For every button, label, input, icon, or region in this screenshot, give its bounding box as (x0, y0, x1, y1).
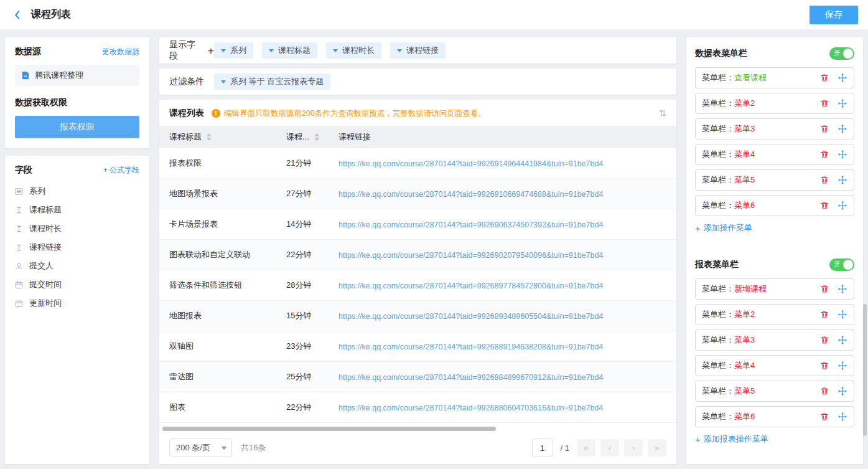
delete-icon[interactable] (819, 361, 829, 371)
course-link[interactable]: https://ke.qq.com/course/2870144?taid=99… (338, 312, 603, 321)
field-item-label: 课程链接 (29, 242, 62, 253)
delete-icon[interactable] (819, 124, 829, 134)
fields-list: 系列课程标题课程时长课程链接提交人提交时间更新时间 (15, 182, 139, 313)
course-link[interactable]: https://ke.qq.com/course/2870144?taid=99… (338, 373, 603, 382)
menu-item-value[interactable]: 菜单2 (734, 98, 755, 109)
back-button[interactable] (10, 7, 25, 22)
formula-field-link[interactable]: + 公式字段 (103, 165, 139, 176)
delete-icon[interactable] (819, 98, 829, 108)
calendar-icon (15, 299, 24, 308)
first-page-button[interactable]: « (577, 439, 595, 457)
field-item[interactable]: 提交人 (15, 257, 139, 275)
cell-course-duration: 14分钟 (284, 219, 329, 230)
prev-page-button[interactable]: ‹ (600, 439, 619, 457)
sort-icon[interactable]: ⇅ (658, 108, 666, 119)
delete-icon[interactable] (819, 201, 829, 211)
toggle-on[interactable]: 开 (829, 258, 854, 271)
cell-course-title: 图表联动和自定义联动 (159, 249, 284, 260)
menu-item: 菜单栏：菜单3 (695, 329, 854, 351)
chevron-down-icon (333, 49, 338, 52)
course-link[interactable]: https://ke.qq.com/course/2870144?taid=99… (338, 190, 603, 199)
field-item[interactable]: 课程标题 (15, 201, 139, 219)
change-datasource-link[interactable]: 更改数据源 (102, 47, 139, 57)
course-link[interactable]: https://ke.qq.com/course/2870144?taid=99… (338, 343, 603, 351)
delete-icon[interactable] (819, 386, 829, 396)
course-link[interactable]: https://ke.qq.com/course/2870144?taid=99… (338, 404, 603, 412)
move-icon[interactable] (838, 98, 847, 108)
menu-item-value[interactable]: 菜单6 (734, 200, 755, 211)
sort-caret-icon[interactable] (207, 133, 212, 141)
move-icon[interactable] (838, 310, 847, 320)
current-page-input[interactable]: 1 (532, 438, 553, 457)
move-icon[interactable] (838, 73, 847, 83)
menu-item-value[interactable]: 菜单2 (734, 309, 755, 320)
last-page-button[interactable]: » (648, 439, 666, 457)
field-item[interactable]: 提交时间 (15, 275, 139, 294)
datasource-item[interactable]: 腾讯课程整理 (15, 65, 139, 86)
add-display-field-button[interactable]: + (208, 45, 214, 56)
field-item[interactable]: 课程时长 (15, 219, 139, 238)
column-header-course-title[interactable]: 课程标题 (159, 126, 284, 148)
display-field-chip[interactable]: 课程链接 (390, 42, 446, 59)
report-permission-button[interactable]: 报表权限 (15, 116, 139, 138)
menu-item: 菜单栏：菜单5 (695, 381, 854, 402)
delete-icon[interactable] (819, 335, 829, 345)
move-icon[interactable] (838, 361, 847, 371)
menu-items: 菜单栏：新增课程菜单栏：菜单2菜单栏：菜单3菜单栏：菜单4菜单栏：菜单5菜单栏：… (695, 278, 854, 427)
menu-items: 菜单栏：查看课程菜单栏：菜单2菜单栏：菜单3菜单栏：菜单4菜单栏：菜单5菜单栏：… (695, 67, 854, 216)
display-field-chip[interactable]: 课程标题 (262, 42, 317, 59)
preview-warning: ! 编辑界面只取数据源前200条作为查询数据预览，完整数据请访问页面查看。 (212, 108, 486, 119)
field-item[interactable]: 课程链接 (15, 238, 139, 257)
delete-icon[interactable] (819, 73, 829, 83)
move-icon[interactable] (838, 335, 847, 345)
add-menu-button[interactable]: +添加操作菜单 (695, 222, 854, 234)
delete-icon[interactable] (819, 412, 829, 422)
move-icon[interactable] (838, 412, 847, 422)
filter-chip[interactable]: 系列 等于 百宝云报表专题 (214, 73, 330, 90)
save-button[interactable]: 保存 (810, 6, 858, 24)
horizontal-scrollbar-thumb[interactable] (162, 427, 496, 431)
move-icon[interactable] (838, 175, 847, 185)
delete-icon[interactable] (819, 310, 829, 320)
delete-icon[interactable] (819, 284, 829, 294)
menu-item-prefix: 菜单栏： (702, 98, 734, 109)
toggle-on[interactable]: 开 (829, 47, 854, 60)
next-page-button[interactable]: › (624, 439, 643, 457)
menu-item-value[interactable]: 菜单3 (734, 334, 755, 346)
chevron-down-icon (217, 439, 231, 457)
course-link[interactable]: https://ke.qq.com/course/2870144?taid=99… (338, 251, 603, 260)
menu-item-value[interactable]: 菜单5 (734, 174, 755, 186)
field-item[interactable]: 系列 (15, 182, 139, 201)
menu-item-prefix: 菜单栏： (702, 123, 734, 135)
move-icon[interactable] (838, 124, 847, 134)
page-size-select[interactable]: 200 条/页 (169, 438, 232, 457)
course-link[interactable]: https://ke.qq.com/course/2870144?taid=99… (338, 159, 603, 168)
display-field-chip[interactable]: 课程时长 (326, 42, 381, 59)
sort-caret-icon[interactable] (314, 133, 319, 141)
cell-course-title: 地图报表 (159, 310, 284, 321)
delete-icon[interactable] (819, 175, 829, 185)
move-icon[interactable] (838, 386, 847, 396)
add-menu-button[interactable]: +添加报表操作菜单 (695, 433, 854, 445)
datasource-title: 数据源 (15, 46, 41, 57)
menu-item-value[interactable]: 菜单6 (734, 411, 755, 422)
menu-item-value[interactable]: 菜单5 (734, 386, 755, 397)
move-icon[interactable] (838, 284, 847, 294)
delete-icon[interactable] (819, 149, 829, 159)
move-icon[interactable] (838, 201, 847, 211)
menu-item-value[interactable]: 菜单4 (734, 149, 755, 160)
course-link[interactable]: https://ke.qq.com/course/2870144?taid=99… (338, 220, 603, 229)
menu-item-value[interactable]: 查看课程 (734, 72, 767, 83)
display-fields-label: 显示字段 (169, 39, 202, 62)
toggle-knob (843, 260, 853, 270)
menu-item-value[interactable]: 新增课程 (734, 283, 767, 295)
move-icon[interactable] (838, 149, 847, 159)
menu-item-value[interactable]: 菜单4 (734, 360, 755, 371)
text-icon (15, 243, 24, 252)
column-header-course-duration[interactable]: 课程... (284, 126, 329, 148)
course-link[interactable]: https://ke.qq.com/course/2870144?taid=99… (338, 282, 603, 290)
menu-item-value[interactable]: 菜单3 (734, 123, 755, 135)
vertical-scrollbar-thumb[interactable] (863, 304, 867, 436)
field-item[interactable]: 更新时间 (15, 294, 139, 313)
display-field-chip[interactable]: 系列 (214, 42, 253, 59)
